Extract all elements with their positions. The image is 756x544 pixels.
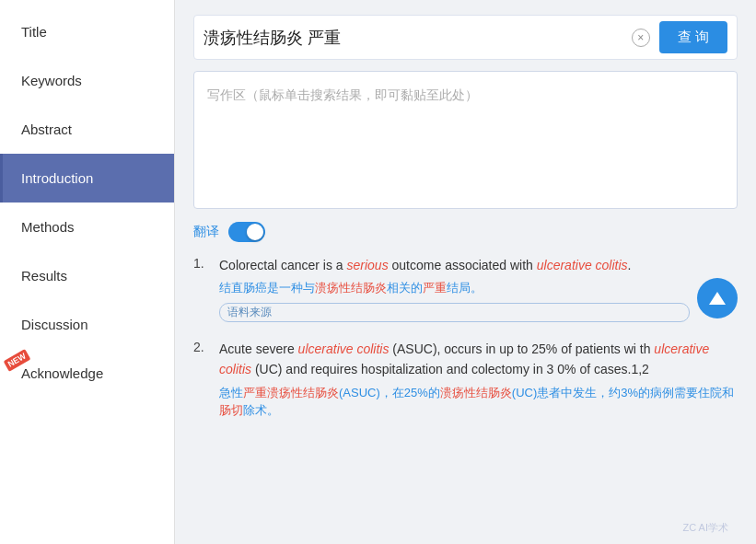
zh-highlight-1: 溃疡性结肠炎 (315, 281, 387, 295)
translate-row: 翻译 (193, 220, 738, 244)
zh-highlight-5: 肠切 (219, 403, 243, 417)
result-number-2: 2. (193, 339, 210, 354)
zh-highlight-4: 溃疡性结肠炎 (440, 386, 512, 399)
sidebar-item-results[interactable]: Results (0, 251, 174, 300)
sidebar-item-label-introduction: Introduction (21, 170, 93, 186)
result-content-1: Colorectal cancer is a serious outcome a… (219, 255, 690, 322)
result-item-2: 2. Acute severe ulcerative colitis (ASUC… (193, 339, 738, 420)
up-arrow-icon (709, 292, 726, 305)
em-uc-1: ulcerative colitis (537, 258, 628, 272)
sidebar-item-label-keywords: Keywords (21, 73, 82, 88)
result-en-1[interactable]: Colorectal cancer is a serious outcome a… (219, 255, 690, 275)
sidebar-item-keywords[interactable]: Keywords (0, 56, 174, 105)
em-uc-2a: ulcerative colitis (298, 341, 390, 356)
result-number-1: 1. (193, 255, 210, 271)
writing-area[interactable]: 写作区（鼠标单击搜索结果，即可黏贴至此处） (193, 71, 738, 209)
em-uc-2b: ulcerative colitis (219, 341, 709, 376)
search-bar: 溃疡性结肠炎 严重 × 查 询 (193, 15, 738, 60)
result-zh-1: 结直肠癌是一种与溃疡性结肠炎相关的严重结局。 (219, 279, 690, 297)
result-en-2[interactable]: Acute severe ulcerative colitis (ASUC), … (219, 339, 738, 380)
search-query-text: 溃疡性结肠炎 严重 (204, 27, 622, 49)
sidebar-item-acknowledge[interactable]: NEWAcknowledge (0, 349, 174, 398)
result-zh-2: 急性严重溃疡性结肠炎(ASUC)，在25%的溃疡性结肠炎(UC)患者中发生，约3… (219, 384, 738, 420)
result-row-1: 1. Colorectal cancer is a serious outcom… (193, 255, 738, 322)
translate-toggle[interactable] (228, 222, 265, 242)
translate-label: 翻译 (193, 224, 219, 240)
sidebar-item-label-acknowledge: Acknowledge (21, 365, 103, 381)
sidebar-item-label-title: Title (21, 24, 47, 40)
sidebar-item-title[interactable]: Title (0, 7, 174, 56)
zh-highlight-3: 严重溃疡性结肠炎 (243, 386, 339, 399)
sidebar-item-abstract[interactable]: Abstract (0, 105, 174, 154)
toggle-knob (247, 224, 263, 240)
result-1-content: 1. Colorectal cancer is a serious outcom… (193, 255, 690, 322)
sidebar-item-introduction[interactable]: Introduction (0, 154, 174, 203)
em-serious-1: serious (347, 258, 389, 272)
sidebar-item-label-discussion: Discussion (21, 317, 88, 332)
sidebar-item-discussion[interactable]: Discussion (0, 300, 174, 349)
sidebar-item-methods[interactable]: Methods (0, 203, 174, 251)
source-tag-1[interactable]: 语料来源 (219, 303, 690, 322)
search-input-area: 溃疡性结肠炎 严重 (204, 27, 622, 49)
sidebar: TitleKeywordsAbstractIntroductionMethods… (0, 0, 175, 544)
sidebar-item-label-abstract: Abstract (21, 122, 72, 137)
result-item-1: 1. Colorectal cancer is a serious outcom… (193, 255, 690, 322)
main-content: 溃疡性结肠炎 严重 × 查 询 写作区（鼠标单击搜索结果，即可黏贴至此处） 翻译… (175, 0, 756, 544)
results-list: 1. Colorectal cancer is a serious outcom… (193, 255, 738, 420)
zh-highlight-2: 严重 (423, 281, 447, 295)
clear-button[interactable]: × (632, 29, 650, 47)
scroll-up-button[interactable] (697, 278, 738, 318)
sidebar-item-label-results: Results (21, 268, 67, 284)
sidebar-item-label-methods: Methods (21, 219, 75, 235)
query-button[interactable]: 查 询 (659, 21, 727, 53)
result-content-2: Acute severe ulcerative colitis (ASUC), … (219, 339, 738, 420)
